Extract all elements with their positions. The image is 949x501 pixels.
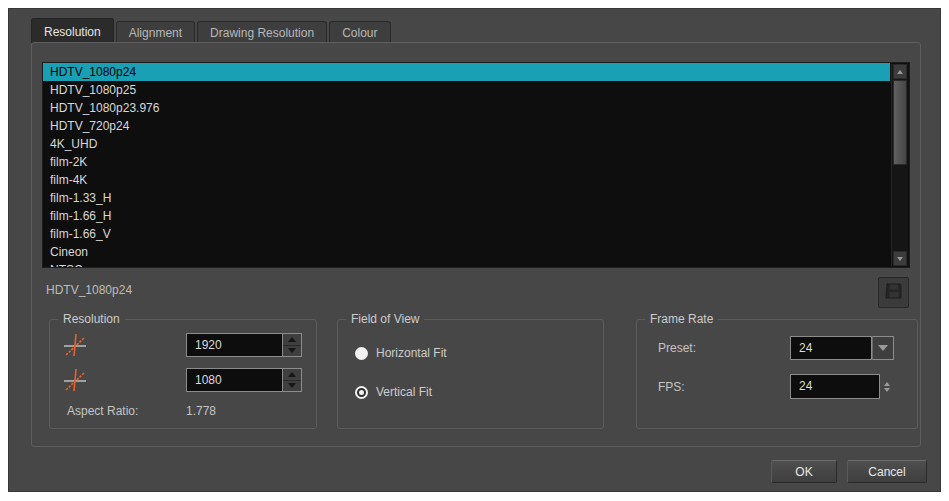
floppy-disk-icon	[884, 281, 904, 304]
scroll-up-button[interactable]	[893, 64, 907, 79]
list-item[interactable]: HDTV_720p24	[43, 117, 890, 135]
tab-resolution[interactable]: Resolution	[31, 18, 114, 43]
tab-drawing-resolution[interactable]: Drawing Resolution	[197, 21, 327, 43]
list-item[interactable]: Cineon	[43, 243, 890, 261]
spin-down-icon	[288, 348, 296, 353]
list-item[interactable]: film-4K	[43, 171, 890, 189]
height-spin-up[interactable]	[283, 369, 301, 381]
spin-down-icon	[884, 388, 890, 392]
height-spin-down[interactable]	[283, 381, 301, 392]
spin-down-icon	[288, 383, 296, 388]
list-item[interactable]: HDTV_1080p24	[43, 63, 890, 81]
fps-label: FPS:	[658, 380, 685, 394]
resolution-tab-pane: HDTV_1080p24HDTV_1080p25HDTV_1080p23.976…	[31, 42, 921, 447]
ok-button[interactable]: OK	[771, 460, 837, 483]
scroll-down-button[interactable]	[893, 251, 907, 266]
radio-unselected-icon[interactable]	[355, 347, 368, 360]
radio-vertical-fit[interactable]: Vertical Fit	[355, 385, 432, 399]
preset-dropdown-button[interactable]	[872, 336, 894, 360]
frame-rate-group-title: Frame Rate	[645, 312, 718, 326]
width-input[interactable]: 1920	[186, 333, 283, 357]
frame-rate-preset-combobox[interactable]: 24	[790, 336, 894, 360]
list-item[interactable]: HDTV_1080p25	[43, 81, 890, 99]
preset-value[interactable]: 24	[790, 336, 872, 360]
tab-colour[interactable]: Colour	[329, 21, 390, 43]
field-of-view-group-title: Field of View	[346, 312, 424, 326]
scene-settings-dialog: ResolutionAlignmentDrawing ResolutionCol…	[8, 8, 941, 492]
list-scrollbar[interactable]	[891, 64, 908, 266]
width-spin-buttons[interactable]	[283, 333, 302, 357]
horizontal-resize-icon	[62, 332, 88, 358]
arrow-up-icon	[897, 70, 903, 74]
screenshot-root: ResolutionAlignmentDrawing ResolutionCol…	[0, 0, 949, 501]
list-item[interactable]: film-1.66_V	[43, 225, 890, 243]
radio-horizontal-fit[interactable]: Horizontal Fit	[355, 346, 447, 360]
preset-label: Preset:	[658, 341, 696, 355]
fps-spinner[interactable]	[884, 382, 890, 392]
list-item[interactable]: film-2K	[43, 153, 890, 171]
tab-bar: ResolutionAlignmentDrawing ResolutionCol…	[31, 18, 393, 43]
list-item[interactable]: film-1.66_H	[43, 207, 890, 225]
resolution-group: Resolution 1920	[49, 319, 317, 429]
width-spin-down[interactable]	[283, 346, 301, 357]
aspect-ratio-value: 1.778	[186, 404, 216, 418]
tab-alignment[interactable]: Alignment	[116, 21, 195, 43]
spin-up-icon	[884, 382, 890, 386]
radio-selected-icon[interactable]	[355, 386, 368, 399]
fps-input[interactable]: 24	[790, 374, 880, 399]
dropdown-arrow-icon	[878, 345, 888, 351]
list-item[interactable]: film-1.33_H	[43, 189, 890, 207]
field-of-view-group: Field of View Horizontal FitVertical Fit	[337, 319, 604, 429]
spin-up-icon	[288, 337, 296, 342]
list-item[interactable]: 4K_UHD	[43, 135, 890, 153]
save-preset-button[interactable]	[878, 277, 909, 308]
height-input[interactable]: 1080	[186, 368, 283, 392]
vertical-resize-icon	[62, 367, 88, 393]
arrow-down-icon	[897, 257, 903, 261]
selected-preset-label: HDTV_1080p24	[46, 283, 132, 297]
resolution-preset-list[interactable]: HDTV_1080p24HDTV_1080p25HDTV_1080p23.976…	[42, 62, 910, 268]
resolution-group-title: Resolution	[58, 312, 125, 326]
spin-up-icon	[288, 372, 296, 377]
radio-label: Horizontal Fit	[376, 346, 447, 360]
radio-label: Vertical Fit	[376, 385, 432, 399]
width-spin-up[interactable]	[283, 334, 301, 346]
height-row	[62, 367, 88, 393]
list-item[interactable]: HDTV_1080p23.976	[43, 99, 890, 117]
scrollbar-thumb[interactable]	[893, 80, 907, 165]
height-spin-buttons[interactable]	[283, 368, 302, 392]
width-row	[62, 332, 88, 358]
frame-rate-group: Frame Rate Preset: 24 FPS: 24	[636, 319, 918, 429]
cancel-button[interactable]: Cancel	[847, 460, 927, 483]
aspect-ratio-label: Aspect Ratio:	[67, 404, 138, 418]
list-item[interactable]: NTSC	[43, 261, 890, 268]
